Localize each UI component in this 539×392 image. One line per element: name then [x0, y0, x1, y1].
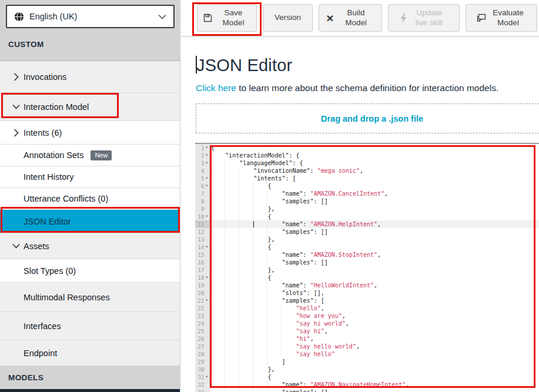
bolt-icon: [400, 14, 407, 23]
code-line[interactable]: "name": "AMAZON.CancelIntent",: [210, 190, 539, 197]
sidebar-bottom-divider: [0, 389, 180, 392]
main-content: Save Model Version × Build Model Update …: [181, 0, 539, 392]
sidebar-item-json-editor[interactable]: JSON Editor: [0, 210, 180, 233]
build-model-button[interactable]: × Build Model: [319, 4, 382, 32]
floppy-icon: [203, 14, 212, 22]
code-line[interactable]: "say hello world",: [210, 343, 539, 350]
code-line[interactable]: },: [210, 266, 539, 274]
code-line[interactable]: },: [210, 236, 539, 243]
sidebar-item-intent-history[interactable]: Intent History: [0, 166, 180, 188]
json-dropzone[interactable]: Drag and drop a .json file: [196, 103, 539, 133]
json-code-editor[interactable]: 1▾2▾3▾45▾6▾78910▾11121314▾15161718▾19202…: [195, 143, 539, 392]
code-line[interactable]: {: [210, 243, 539, 251]
code-line[interactable]: {: [210, 373, 539, 381]
code-line[interactable]: "samples": []: [210, 388, 539, 392]
code-line[interactable]: "samples": []: [210, 259, 539, 266]
editor-cursor: [253, 221, 254, 227]
code-line[interactable]: {: [210, 144, 539, 152]
code-line[interactable]: "how are you",: [210, 312, 539, 320]
models-section-header: MODELS: [0, 366, 180, 389]
sidebar-item-endpoint[interactable]: Endpoint: [0, 340, 180, 366]
sidebar-item-utterance-conflicts[interactable]: Utterance Conflicts (0): [0, 188, 180, 210]
sidebar-item-slot-types[interactable]: Slot Types (0): [0, 259, 180, 283]
code-line[interactable]: "languageModel": {: [210, 159, 539, 167]
code-line[interactable]: "name": "AMAZON.NavigateHomeIntent",: [210, 381, 539, 388]
build-icon: ×: [326, 12, 333, 24]
code-line[interactable]: ]: [210, 358, 539, 366]
code-line[interactable]: "say hello": [210, 350, 539, 358]
sidebar-nav: Invocations Interaction Model Intents (6…: [0, 62, 180, 366]
code-line[interactable]: "interactionModel": {: [210, 152, 539, 159]
code-line[interactable]: },: [210, 205, 539, 213]
code-line[interactable]: "slots": [],: [210, 289, 539, 297]
code-line[interactable]: "say hi world",: [210, 320, 539, 327]
code-line[interactable]: "samples": []: [210, 228, 539, 236]
sidebar-top: English (UK) CUSTOM: [0, 0, 180, 61]
sidebar-item-interaction-model[interactable]: Interaction Model: [0, 93, 180, 121]
app-window: English (UK) CUSTOM Invocations Interact…: [0, 0, 539, 392]
code-line[interactable]: },: [210, 366, 539, 373]
sidebar-item-intents[interactable]: Intents (6): [0, 121, 180, 145]
code-line[interactable]: {: [210, 213, 539, 220]
globe-icon: [14, 12, 24, 22]
editor-gutter: 1▾2▾3▾45▾6▾78910▾11121314▾15161718▾19202…: [195, 144, 210, 392]
version-button[interactable]: Version: [263, 4, 313, 32]
chevron-right-icon: [8, 129, 24, 137]
code-line[interactable]: {: [210, 274, 539, 282]
code-line[interactable]: {: [210, 182, 539, 190]
page-title: JSON Editor: [196, 56, 292, 75]
sidebar-item-interfaces[interactable]: Interfaces: [0, 312, 180, 340]
code-line[interactable]: "name": "AMAZON.HelpIntent",: [210, 220, 539, 228]
save-model-button[interactable]: Save Model: [197, 4, 257, 32]
editor-code[interactable]: { "interactionModel": { "languageModel":…: [210, 144, 539, 392]
code-line[interactable]: "samples": []: [210, 197, 539, 205]
sidebar: English (UK) CUSTOM Invocations Interact…: [0, 0, 180, 392]
click-here-link[interactable]: Click here: [196, 83, 236, 93]
chevron-down-icon: [8, 243, 24, 249]
code-line[interactable]: "samples": [: [210, 297, 539, 304]
evaluate-model-button[interactable]: Evaluate Model: [466, 4, 537, 32]
update-live-skill-button[interactable]: Update live skill: [388, 4, 460, 32]
schema-help-text: Click here to learn more about the schem…: [196, 83, 498, 93]
sidebar-item-assets[interactable]: Assets: [0, 233, 180, 259]
language-label: English (UK): [29, 12, 158, 21]
code-line[interactable]: "hello",: [210, 304, 539, 312]
chevron-down-icon: [158, 14, 166, 19]
chevron-right-icon: [8, 73, 24, 81]
sidebar-item-multimodal-responses[interactable]: Multimodal Responses: [0, 283, 180, 312]
dropzone-label: Drag and drop a .json file: [321, 114, 423, 123]
code-line[interactable]: "hi",: [210, 335, 539, 343]
code-line[interactable]: "invocationName": "mega sonic",: [210, 167, 539, 175]
code-line[interactable]: "name": "AMAZON.StopIntent",: [210, 251, 539, 259]
code-line[interactable]: "say hi",: [210, 327, 539, 335]
code-line[interactable]: "intents": [: [210, 175, 539, 182]
chat-icon: [477, 14, 486, 22]
language-selector[interactable]: English (UK): [6, 5, 175, 28]
sidebar-item-invocations[interactable]: Invocations: [0, 62, 180, 93]
custom-section-header: CUSTOM: [0, 40, 180, 49]
new-badge: New: [91, 150, 112, 160]
chevron-down-icon: [8, 104, 24, 109]
sidebar-item-annotation-sets[interactable]: Annotation Sets New: [0, 145, 180, 166]
toolbar: Save Model Version × Build Model Update …: [181, 0, 539, 37]
code-line[interactable]: "name": "HelloWorldIntent",: [210, 282, 539, 289]
